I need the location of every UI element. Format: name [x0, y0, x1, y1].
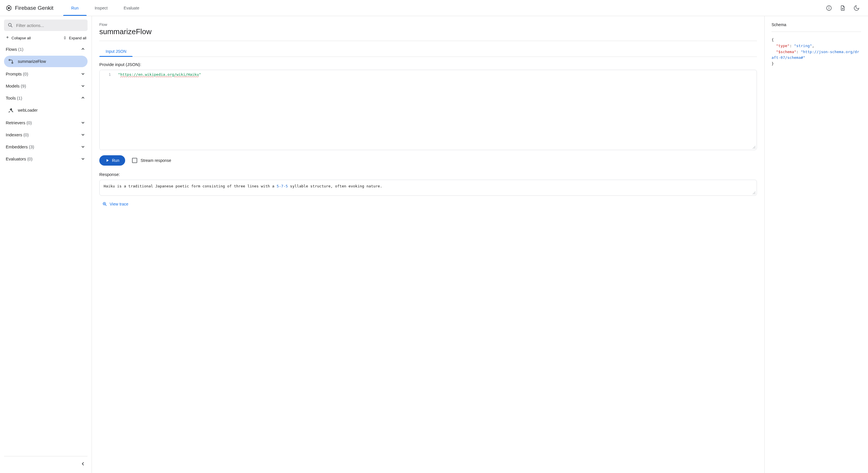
response-output: Haiku is a traditional Japanese poetic f… — [99, 180, 757, 196]
tab-inspect[interactable]: Inspect — [87, 0, 116, 16]
svg-point-6 — [8, 23, 11, 26]
chevron-down-icon — [80, 71, 86, 76]
header-actions — [823, 2, 866, 14]
breadcrumb: Flow — [99, 22, 757, 27]
sidebar-item-webloader[interactable]: webLoader — [4, 104, 88, 116]
sidebar-item-label: webLoader — [18, 108, 38, 113]
section-flows[interactable]: Flows (1) — [4, 43, 88, 55]
resize-handle-icon[interactable] — [753, 191, 755, 194]
document-icon[interactable] — [837, 2, 848, 14]
search-icon — [7, 22, 13, 28]
chevron-down-icon — [80, 83, 86, 89]
logo-area: Firebase Genkit — [2, 5, 60, 11]
sub-tabs: Input JSON — [99, 46, 757, 57]
chevron-down-icon — [80, 144, 86, 150]
input-label: Provide input (JSON): — [99, 62, 757, 67]
line-gutter: 1 — [100, 70, 115, 150]
flow-icon — [8, 59, 14, 64]
chevron-down-icon — [80, 156, 86, 162]
filter-actions-search[interactable] — [4, 20, 88, 31]
genkit-logo-icon — [6, 5, 12, 11]
trace-icon — [102, 201, 107, 207]
svg-point-8 — [9, 59, 10, 61]
section-prompts[interactable]: Prompts (0) — [4, 68, 88, 80]
section-retrievers[interactable]: Retrievers (0) — [4, 117, 88, 129]
expand-all-button[interactable]: Expand all — [63, 36, 86, 40]
section-indexers[interactable]: Indexers (0) — [4, 129, 88, 140]
play-icon — [105, 158, 110, 163]
collapse-all-button[interactable]: Collapse all — [5, 36, 31, 40]
tool-icon — [8, 107, 14, 113]
stream-response-checkbox[interactable]: Stream response — [132, 158, 172, 163]
sidebar-item-summarizeflow[interactable]: summarizeFlow — [4, 56, 88, 67]
expand-icon — [63, 36, 67, 40]
sidebar: Collapse all Expand all Flows (1)summari… — [0, 16, 92, 473]
page-title: summarizeFlow — [99, 27, 757, 41]
sidebar-collapse-button[interactable] — [79, 459, 88, 468]
svg-point-9 — [12, 62, 13, 63]
collapse-icon — [5, 36, 10, 40]
chevron-down-icon — [80, 120, 86, 125]
sidebar-item-label: summarizeFlow — [18, 59, 46, 64]
svg-line-7 — [11, 26, 12, 27]
section-models[interactable]: Models (9) — [4, 80, 88, 92]
checkbox-icon — [132, 158, 137, 163]
main-content: Flow summarizeFlow Input JSON Provide in… — [92, 16, 765, 473]
section-evaluators[interactable]: Evaluators (0) — [4, 153, 88, 165]
chevron-down-icon — [80, 132, 86, 137]
nav-tabs: Run Inspect Evaluate — [63, 0, 147, 16]
section-tools[interactable]: Tools (1) — [4, 92, 88, 104]
info-icon[interactable] — [823, 2, 835, 14]
tab-run[interactable]: Run — [63, 0, 87, 16]
schema-panel: Schema { "type": "string", "$schema": "h… — [765, 16, 868, 473]
view-trace-button[interactable]: View trace — [99, 200, 757, 209]
schema-json: { "type": "string", "$schema": "http://j… — [772, 37, 861, 67]
product-name: Firebase Genkit — [15, 5, 53, 11]
code-content[interactable]: "https://en.wikipedia.org/wiki/Haiku" — [115, 70, 756, 150]
tab-input-json[interactable]: Input JSON — [99, 46, 133, 57]
schema-header: Schema — [772, 22, 861, 32]
resize-handle-icon[interactable] — [753, 146, 755, 149]
section-embedders[interactable]: Embedders (3) — [4, 140, 88, 153]
dark-mode-icon[interactable] — [851, 2, 862, 14]
svg-point-0 — [8, 7, 10, 9]
response-label: Response: — [99, 172, 757, 177]
app-header: Firebase Genkit Run Inspect Evaluate — [0, 0, 868, 16]
json-input-editor[interactable]: 1 "https://en.wikipedia.org/wiki/Haiku" — [99, 70, 757, 150]
run-button[interactable]: Run — [99, 155, 125, 166]
svg-line-11 — [105, 204, 106, 206]
tab-evaluate[interactable]: Evaluate — [116, 0, 147, 16]
filter-actions-input[interactable] — [16, 23, 84, 28]
chevron-up-icon — [80, 95, 86, 101]
chevron-up-icon — [80, 46, 86, 52]
